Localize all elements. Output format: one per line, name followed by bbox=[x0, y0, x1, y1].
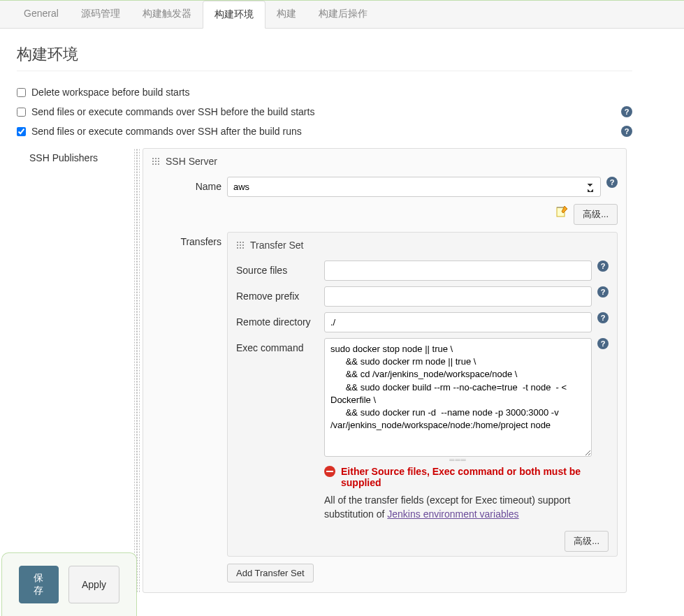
label-server-name: Name bbox=[152, 177, 221, 192]
notepad-icon[interactable] bbox=[554, 204, 569, 219]
input-source-files[interactable] bbox=[324, 261, 592, 281]
tab-general[interactable]: General bbox=[13, 1, 70, 28]
ssh-server-title: SSH Server bbox=[166, 156, 217, 167]
text-delete-workspace: Delete workspace before build starts bbox=[31, 87, 189, 98]
tab-build-environment[interactable]: 构建环境 bbox=[203, 1, 265, 29]
transfer-toolbar: 高级... bbox=[228, 527, 617, 556]
label-ssh-after[interactable]: Send files or execute commands over SSH … bbox=[17, 126, 302, 137]
row-remove-prefix: Remove prefix ? bbox=[228, 284, 617, 309]
help-icon[interactable]: ? bbox=[597, 312, 609, 323]
checkbox-delete-workspace[interactable] bbox=[17, 88, 26, 97]
ssh-publishers-area: SSH Publishers SSH Server Name aws ? bbox=[17, 148, 632, 593]
ssh-publishers-label: SSH Publishers bbox=[17, 148, 134, 593]
advanced-button-transfer[interactable]: 高级... bbox=[565, 531, 609, 552]
label-exec-command: Exec command bbox=[236, 338, 319, 353]
row-server-name: Name aws ? bbox=[143, 174, 626, 200]
label-transfers: Transfers bbox=[152, 232, 221, 589]
textarea-exec-command[interactable]: sudo docker stop node || true \ && sudo … bbox=[324, 338, 592, 457]
transfer-set-header: Transfer Set bbox=[228, 233, 617, 258]
advanced-button-server[interactable]: 高级... bbox=[574, 204, 618, 225]
transfer-set-title: Transfer Set bbox=[250, 240, 304, 251]
select-server-name[interactable]: aws bbox=[227, 177, 601, 197]
help-icon[interactable]: ? bbox=[597, 338, 609, 349]
row-exec-command: Exec command sudo docker stop node || tr… bbox=[228, 335, 617, 527]
apply-button[interactable]: Apply bbox=[68, 566, 119, 603]
help-icon[interactable]: ? bbox=[621, 106, 632, 117]
help-icon[interactable]: ? bbox=[606, 177, 618, 188]
tab-scm[interactable]: 源码管理 bbox=[70, 1, 131, 28]
action-bar: 保存 Apply bbox=[1, 552, 137, 616]
label-remove-prefix: Remove prefix bbox=[236, 286, 319, 302]
label-ssh-before[interactable]: Send files or execute commands over SSH … bbox=[17, 106, 314, 117]
tab-postbuild[interactable]: 构建后操作 bbox=[307, 1, 379, 28]
section-title: 构建环境 bbox=[17, 34, 632, 71]
row-source-files: Source files ? bbox=[228, 258, 617, 284]
row-delete-workspace: Delete workspace before build starts bbox=[17, 82, 632, 102]
transfer-set-block: Transfer Set Source files ? Remove prefi… bbox=[227, 232, 618, 557]
row-transfers: Transfers Transfer Set Source files bbox=[143, 229, 626, 592]
row-ssh-after: Send files or execute commands over SSH … bbox=[17, 122, 632, 141]
server-toolbar: 高级... bbox=[143, 200, 626, 229]
row-ssh-before: Send files or execute commands over SSH … bbox=[17, 102, 632, 122]
tab-build[interactable]: 构建 bbox=[265, 1, 307, 28]
help-icon[interactable]: ? bbox=[621, 126, 632, 137]
input-remove-prefix[interactable] bbox=[324, 286, 592, 307]
link-jenkins-env-vars[interactable]: Jenkins environment variables bbox=[387, 508, 518, 520]
ssh-server-block: SSH Server Name aws ? 高级... Transfers bbox=[143, 148, 627, 593]
add-transfer-set-button[interactable]: Add Transfer Set bbox=[227, 564, 314, 582]
error-icon bbox=[324, 466, 335, 477]
checkbox-ssh-after[interactable] bbox=[17, 127, 26, 136]
help-icon[interactable]: ? bbox=[597, 261, 609, 272]
tab-triggers[interactable]: 构建触发器 bbox=[131, 1, 203, 28]
label-source-files: Source files bbox=[236, 261, 319, 276]
text-ssh-before: Send files or execute commands over SSH … bbox=[31, 106, 314, 117]
error-row: Either Source files, Exec command or bot… bbox=[324, 463, 592, 491]
text-ssh-after: Send files or execute commands over SSH … bbox=[31, 126, 302, 137]
input-remote-directory[interactable] bbox=[324, 312, 592, 332]
error-text: Either Source files, Exec command or bot… bbox=[341, 466, 592, 488]
row-remote-directory: Remote directory ? bbox=[228, 309, 617, 335]
help-icon[interactable]: ? bbox=[597, 286, 609, 298]
column-resize-handle[interactable] bbox=[134, 148, 140, 593]
drag-handle-icon[interactable] bbox=[152, 157, 160, 166]
ssh-server-header: SSH Server bbox=[143, 149, 626, 174]
checkbox-ssh-before[interactable] bbox=[17, 108, 26, 117]
config-tabs: General 源码管理 构建触发器 构建环境 构建 构建后操作 bbox=[0, 0, 684, 29]
label-remote-directory: Remote directory bbox=[236, 312, 319, 328]
drag-handle-icon[interactable] bbox=[236, 241, 245, 249]
save-button[interactable]: 保存 bbox=[19, 566, 59, 603]
info-text: All of the transfer fields (except for E… bbox=[324, 491, 592, 524]
label-delete-workspace[interactable]: Delete workspace before build starts bbox=[17, 87, 189, 98]
